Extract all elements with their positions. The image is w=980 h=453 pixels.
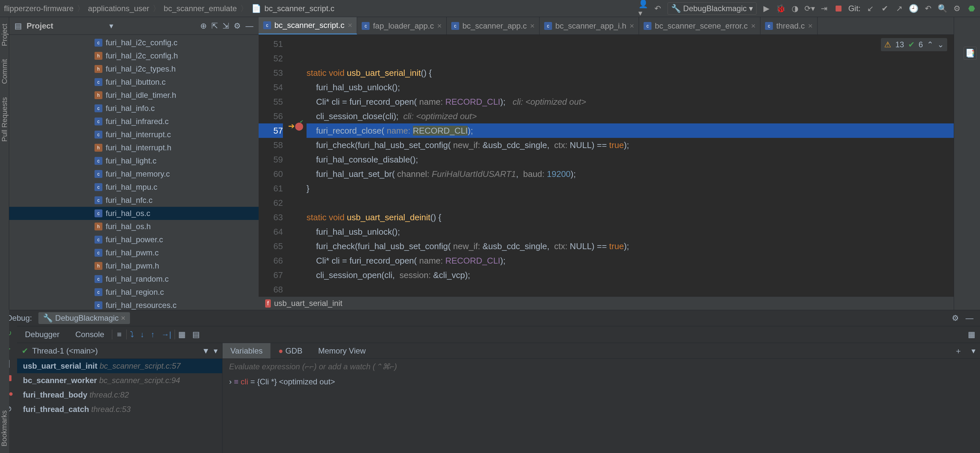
stack-frame[interactable]: bc_scanner_worker bc_scanner_script.c:94	[17, 373, 222, 388]
tree-item[interactable]: cfuri_hal_nfc.c	[9, 194, 259, 207]
stack-frame[interactable]: usb_uart_serial_init bc_scanner_script.c…	[17, 359, 222, 373]
attach-icon[interactable]: ⇥	[819, 4, 829, 13]
gdb-tab[interactable]: ● GDB	[270, 343, 310, 358]
tree-item[interactable]: cfuri_hal_os.c	[9, 207, 259, 220]
gear-icon[interactable]: ⚙	[234, 21, 241, 30]
tree-item[interactable]: cfuri_hal_light.c	[9, 154, 259, 167]
layout-settings-icon[interactable]: ▦	[963, 330, 980, 339]
profile-icon[interactable]: ⟳▾	[805, 4, 814, 13]
file-tree[interactable]: cfuri_hal_i2c_config.chfuri_hal_i2c_conf…	[9, 35, 259, 310]
code-line[interactable]	[307, 51, 954, 66]
crumb-3[interactable]: bc_scanner_script.c	[264, 4, 334, 13]
editor-tab[interactable]: cbc_scanner_scene_error.c×	[639, 17, 760, 35]
git-push-icon[interactable]: ↗	[895, 4, 904, 13]
close-icon[interactable]: ×	[121, 313, 126, 323]
tree-item[interactable]: cfuri_hal_mpu.c	[9, 181, 259, 194]
project-title[interactable]: Project	[27, 21, 105, 30]
editor-tab[interactable]: cthread.c×	[760, 17, 818, 35]
close-icon[interactable]: ×	[808, 21, 813, 30]
code-line[interactable]: furi_hal_uart_set_br( channel: FuriHalUa…	[307, 167, 954, 181]
line-gutter[interactable]: 515253545556575859606162636465666768	[259, 35, 288, 297]
crumb-1[interactable]: applications_user	[88, 4, 150, 13]
run-config-dropdown[interactable]: 🔧 DebugBlackmagic ▾	[668, 2, 757, 15]
vars-more-icon[interactable]: ▾	[967, 347, 980, 356]
memory-tab[interactable]: Memory View	[310, 343, 374, 358]
tree-item[interactable]: hfuri_hal_pwm.h	[9, 259, 259, 272]
stack-frame[interactable]: furi_thread_catch thread.c:53	[17, 402, 222, 416]
code-editor[interactable]: ⚠13 ✔6 ⌃ ⌄ 51525354555657585960616263646…	[259, 35, 954, 297]
history-icon[interactable]: 🕘	[909, 4, 918, 13]
tree-item[interactable]: hfuri_hal_i2c_config.h	[9, 49, 259, 62]
tree-item[interactable]: cfuri_hal_info.c	[9, 102, 259, 115]
code-line[interactable]: static void usb_uart_serial_deinit() {	[307, 210, 954, 224]
console-tab[interactable]: Console	[67, 326, 112, 343]
layout-icon[interactable]: ▤	[189, 330, 203, 339]
code-line[interactable]: cli_session_open(cli, session: &cli_vcp)…	[307, 268, 954, 282]
code-line[interactable]: furi_hal_console_disable();	[307, 152, 954, 167]
thread-name[interactable]: Thread-1 (<main>)	[32, 347, 198, 356]
search-icon[interactable]: 🔍	[938, 4, 947, 13]
close-icon[interactable]: ×	[348, 21, 352, 30]
back-icon[interactable]: ↶	[653, 4, 662, 13]
eval-icon[interactable]: ▦	[175, 330, 189, 339]
code-line[interactable]: furi_hal_usb_unlock();	[307, 224, 954, 239]
close-icon[interactable]: ×	[437, 21, 442, 30]
code-line[interactable]: Cli* cli = furi_record_open( name: RECOR…	[307, 253, 954, 268]
tree-item[interactable]: cfuri_hal_pwm.c	[9, 246, 259, 259]
run-to-icon[interactable]: →|	[158, 330, 175, 339]
close-icon[interactable]: ×	[630, 21, 634, 30]
down-icon[interactable]: ⌄	[937, 40, 944, 49]
stack-frame[interactable]: furi_thread_body thread.c:82	[17, 388, 222, 402]
code-line[interactable]: furi_check(furi_hal_usb_set_config( new_…	[307, 239, 954, 253]
target-icon[interactable]: ⊕	[200, 21, 207, 30]
settings-icon[interactable]: ⚙	[953, 4, 962, 13]
expand-icon[interactable]: ⇱	[212, 21, 218, 30]
tree-item[interactable]: hfuri_hal_os.h	[9, 220, 259, 233]
debug-gear-icon[interactable]: ⚙	[952, 313, 959, 323]
tab-project[interactable]: Project	[0, 24, 9, 46]
threads-icon[interactable]: ≡	[112, 330, 126, 339]
code-line[interactable]: }	[307, 181, 954, 196]
tree-item[interactable]: cfuri_hal_memory.c	[9, 167, 259, 181]
tab-bookmarks[interactable]: Bookmarks	[0, 410, 8, 447]
crumb-2[interactable]: bc_scanner_emulate	[164, 4, 237, 13]
tree-item[interactable]: cfuri_hal_region.c	[9, 286, 259, 299]
debug-config[interactable]: DebugBlackmagic	[55, 313, 118, 323]
frame-dropdown-icon[interactable]: ▾	[214, 347, 218, 356]
stop-icon[interactable]	[835, 6, 842, 11]
step-out-icon[interactable]: ↑	[148, 330, 158, 339]
code-line[interactable]: furi_record_close( name: RECORD_CLI);	[307, 124, 954, 138]
coverage-icon[interactable]: ◑	[791, 4, 800, 13]
tab-commit[interactable]: Commit	[0, 59, 9, 84]
current-function[interactable]: usb_uart_serial_init	[274, 299, 342, 308]
eval-input[interactable]: Evaluate expression (⌐⌐) or add a watch …	[223, 359, 980, 375]
variables-tab[interactable]: Variables	[223, 343, 270, 358]
tree-item[interactable]: cfuri_hal_infrared.c	[9, 115, 259, 128]
editor-tab[interactable]: cbc_scanner_app_i.h×	[539, 17, 639, 35]
step-into-icon[interactable]: ↓	[137, 330, 148, 339]
step-over-icon[interactable]: ⤵	[127, 330, 137, 339]
inspections-widget[interactable]: ⚠13 ✔6 ⌃ ⌄	[881, 38, 947, 51]
code-line[interactable]: static void usb_uart_serial_init() {	[307, 66, 954, 80]
close-icon[interactable]: ×	[530, 21, 535, 30]
code-line[interactable]: furi_hal_usb_unlock();	[307, 80, 954, 95]
code-line[interactable]: furi_check(furi_hal_usb_set_config( new_…	[307, 138, 954, 152]
tree-item[interactable]: cfuri_hal_ibutton.c	[9, 75, 259, 89]
code-line[interactable]	[307, 282, 954, 297]
tab-pull-requests[interactable]: Pull Requests	[0, 97, 9, 142]
tree-item[interactable]: cfuri_hal_power.c	[9, 233, 259, 246]
code-line[interactable]: Cli* cli = furi_record_open( name: RECOR…	[307, 95, 954, 109]
revert-icon[interactable]: ↶	[924, 4, 933, 13]
dropdown-icon[interactable]: ▾	[109, 21, 113, 30]
debug-hide-icon[interactable]: —	[966, 313, 974, 323]
debug-icon[interactable]: 🐞	[776, 4, 785, 13]
tree-item[interactable]: cfuri_hal_i2c_config.c	[9, 36, 259, 49]
hide-icon[interactable]: —	[245, 21, 253, 30]
profiler-icon[interactable]: ⬣	[967, 4, 976, 13]
collapse-icon[interactable]: ⇲	[223, 21, 229, 30]
tree-item[interactable]: hfuri_hal_i2c_types.h	[9, 62, 259, 75]
close-icon[interactable]: ×	[751, 21, 756, 30]
crumb-0[interactable]: flipperzero-firmware	[4, 4, 73, 13]
expand-var-icon[interactable]: ›	[229, 377, 232, 386]
code-line[interactable]	[307, 37, 954, 51]
